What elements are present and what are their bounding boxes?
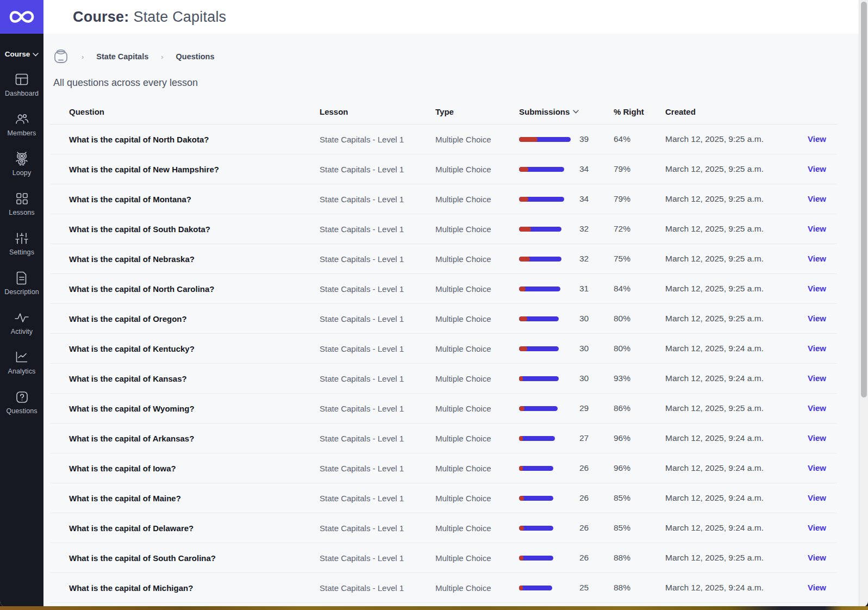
view-link[interactable]: View xyxy=(808,134,826,144)
app-logo[interactable] xyxy=(0,0,43,34)
wrong-bar-segment xyxy=(519,167,528,172)
wrong-bar-segment xyxy=(519,436,523,441)
sidebar-item-label: Lessons xyxy=(9,209,34,216)
table-row: What is the capital of Montana? State Ca… xyxy=(50,184,837,214)
table-row: What is the capital of Kansas? State Cap… xyxy=(50,364,837,394)
right-bar-segment xyxy=(519,466,553,471)
view-link[interactable]: View xyxy=(808,284,826,293)
view-link[interactable]: View xyxy=(808,164,826,173)
type-cell: Multiple Choice xyxy=(435,195,519,204)
content-area: › State Capitals › Questions All questio… xyxy=(43,34,859,603)
view-link[interactable]: View xyxy=(808,254,826,263)
table-row: What is the capital of Delaware? State C… xyxy=(50,513,837,543)
sidebar-item-members[interactable]: Members xyxy=(0,112,43,137)
course-switcher[interactable]: Course xyxy=(0,50,43,58)
column-header-right-pct[interactable]: % Right xyxy=(614,107,665,116)
table-row: What is the capital of Arkansas? State C… xyxy=(50,424,837,453)
view-link[interactable]: View xyxy=(808,553,826,562)
sidebar-item-dashboard[interactable]: Dashboard xyxy=(0,72,43,97)
created-cell: March 12, 2025, 9:24 a.m. xyxy=(665,463,804,473)
created-cell: March 12, 2025, 9:25 a.m. xyxy=(665,224,804,234)
lesson-cell: State Capitals - Level 1 xyxy=(320,374,435,383)
table-body: What is the capital of North Dakota? Sta… xyxy=(50,125,837,603)
type-cell: Multiple Choice xyxy=(435,165,519,174)
submissions-cell: 31 xyxy=(519,284,614,294)
robot-icon xyxy=(14,152,29,166)
submissions-count: 31 xyxy=(579,284,589,294)
submissions-count: 39 xyxy=(579,134,589,144)
view-link[interactable]: View xyxy=(808,344,826,353)
column-header-lesson[interactable]: Lesson xyxy=(320,107,435,116)
submissions-count: 30 xyxy=(579,344,589,353)
wrong-bar-segment xyxy=(519,227,531,232)
lesson-cell: State Capitals - Level 1 xyxy=(320,254,435,264)
right-pct-cell: 79% xyxy=(614,164,665,174)
view-link[interactable]: View xyxy=(808,583,826,592)
submissions-cell: 26 xyxy=(519,553,614,563)
breadcrumb-separator-icon: › xyxy=(82,53,84,61)
table-header-row: Question Lesson Type Submissions % Right… xyxy=(50,99,837,125)
created-cell: March 12, 2025, 9:25 a.m. xyxy=(665,553,804,563)
view-link[interactable]: View xyxy=(808,224,826,233)
sidebar-item-loopy[interactable]: Loopy xyxy=(0,152,43,177)
submissions-cell: 25 xyxy=(519,583,614,593)
lesson-cell: State Capitals - Level 1 xyxy=(320,583,435,593)
breadcrumb-questions[interactable]: Questions xyxy=(176,52,215,61)
breadcrumb: › State Capitals › Questions xyxy=(53,48,859,65)
chevron-down-icon xyxy=(33,53,39,57)
column-header-type[interactable]: Type xyxy=(435,107,519,116)
questions-table: Question Lesson Type Submissions % Right… xyxy=(50,99,837,603)
course-pot-icon[interactable] xyxy=(53,48,69,65)
wrong-bar-segment xyxy=(519,287,526,291)
type-cell: Multiple Choice xyxy=(435,553,519,563)
sidebar-item-label: Dashboard xyxy=(5,90,39,97)
scrollbar-thumb[interactable] xyxy=(861,2,867,397)
submissions-cell: 32 xyxy=(519,224,614,234)
type-cell: Multiple Choice xyxy=(435,404,519,413)
table-row: What is the capital of Nebraska? State C… xyxy=(50,244,837,274)
sidebar-item-label: Activity xyxy=(11,328,33,335)
sidebar-item-label: Settings xyxy=(9,248,34,256)
vertical-scrollbar[interactable] xyxy=(859,0,868,607)
view-link[interactable]: View xyxy=(808,463,826,472)
sidebar-item-analytics[interactable]: Analytics xyxy=(0,350,43,375)
table-row: What is the capital of South Carolina? S… xyxy=(50,543,837,573)
right-pct-cell: 84% xyxy=(614,284,665,294)
submissions-count: 29 xyxy=(579,403,589,413)
lesson-cell: State Capitals - Level 1 xyxy=(320,135,435,144)
submissions-cell: 29 xyxy=(519,403,614,413)
sidebar-item-activity[interactable]: Activity xyxy=(0,310,43,335)
main-area: Course:State Capitals › State Capitals ›… xyxy=(43,0,859,607)
wrong-bar-segment xyxy=(519,197,528,202)
breadcrumb-course[interactable]: State Capitals xyxy=(96,52,148,61)
question-cell: What is the capital of Michigan? xyxy=(50,583,320,593)
view-link[interactable]: View xyxy=(808,493,826,502)
question-cell: What is the capital of North Dakota? xyxy=(50,135,320,144)
view-link[interactable]: View xyxy=(808,403,826,413)
type-cell: Multiple Choice xyxy=(435,314,519,323)
view-link[interactable]: View xyxy=(808,523,826,532)
column-header-question[interactable]: Question xyxy=(50,107,320,116)
table-row: What is the capital of Michigan? State C… xyxy=(50,573,837,603)
right-pct-cell: 96% xyxy=(614,433,665,443)
grid-icon xyxy=(15,191,29,206)
created-cell: March 12, 2025, 9:25 a.m. xyxy=(665,403,804,413)
view-link[interactable]: View xyxy=(808,433,826,443)
sidebar-item-settings[interactable]: Settings xyxy=(0,231,43,256)
submissions-count: 34 xyxy=(579,164,589,174)
column-header-created[interactable]: Created xyxy=(665,107,804,116)
question-cell: What is the capital of Iowa? xyxy=(50,464,320,473)
view-link[interactable]: View xyxy=(808,194,826,203)
sidebar-item-description[interactable]: Description xyxy=(0,271,43,296)
sidebar-item-lessons[interactable]: Lessons xyxy=(0,191,43,216)
submissions-cell: 26 xyxy=(519,523,614,533)
submissions-bar xyxy=(519,137,573,142)
created-cell: March 12, 2025, 9:25 a.m. xyxy=(665,134,804,144)
right-pct-cell: 85% xyxy=(614,523,665,533)
sidebar-item-questions[interactable]: Questions xyxy=(0,390,43,415)
view-link[interactable]: View xyxy=(808,374,826,383)
view-link[interactable]: View xyxy=(808,314,826,323)
wrong-bar-segment xyxy=(519,346,527,351)
table-row: What is the capital of North Dakota? Sta… xyxy=(50,125,837,154)
column-header-submissions[interactable]: Submissions xyxy=(519,107,614,116)
